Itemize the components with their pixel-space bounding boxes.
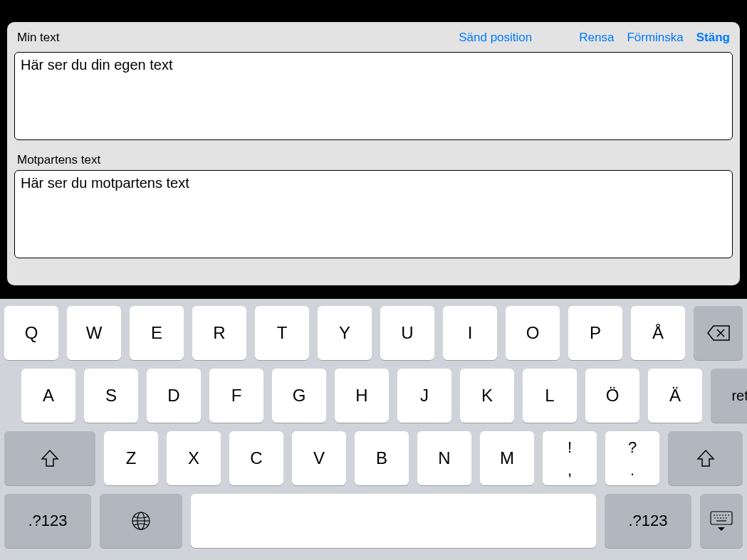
keyboard-row-3: Z X C V B N M ! , ? .: [4, 431, 743, 485]
key-shift-right[interactable]: [668, 431, 743, 485]
key-adia[interactable]: Ä: [648, 369, 702, 423]
key-q[interactable]: Q: [4, 306, 58, 360]
key-mode-left[interactable]: .?123: [4, 494, 91, 548]
key-m[interactable]: M: [480, 431, 534, 485]
key-l[interactable]: L: [523, 369, 577, 423]
top-bar: Min text Sänd position Rensa Förminska S…: [14, 31, 733, 52]
my-text-value: Här ser du din egen text: [21, 57, 172, 73]
key-exclaim-label: !: [568, 438, 572, 457]
key-d[interactable]: D: [147, 369, 201, 423]
key-c[interactable]: C: [229, 431, 283, 485]
key-mode-right[interactable]: .?123: [605, 494, 691, 548]
other-text-label: Motpartens text: [14, 153, 733, 170]
clear-link[interactable]: Rensa: [579, 31, 614, 45]
key-h[interactable]: H: [335, 369, 389, 423]
hide-keyboard-icon: [709, 510, 733, 532]
key-w[interactable]: W: [67, 306, 121, 360]
key-e[interactable]: E: [130, 306, 184, 360]
globe-icon: [131, 511, 151, 531]
key-comma[interactable]: ! ,: [543, 431, 597, 485]
shift-icon: [696, 449, 715, 467]
key-p[interactable]: P: [568, 306, 622, 360]
key-r[interactable]: R: [192, 306, 246, 360]
key-period-label: .: [630, 461, 634, 480]
key-a[interactable]: A: [21, 369, 75, 423]
other-text-value: Här ser du motpartens text: [21, 175, 189, 191]
key-g[interactable]: G: [272, 369, 326, 423]
key-comma-label: ,: [568, 461, 572, 480]
shift-icon: [41, 449, 59, 467]
other-text-input[interactable]: Här ser du motpartens text: [14, 170, 733, 258]
key-o[interactable]: O: [506, 306, 560, 360]
close-link[interactable]: Stäng: [696, 31, 730, 45]
key-aring[interactable]: Å: [631, 306, 685, 360]
key-return[interactable]: retur: [711, 369, 747, 423]
key-b[interactable]: B: [355, 431, 409, 485]
key-x[interactable]: X: [167, 431, 221, 485]
key-hide-keyboard[interactable]: [700, 494, 743, 548]
keyboard-row-2: A S D F G H J K L Ö Ä retur: [4, 369, 743, 423]
key-k[interactable]: K: [460, 369, 514, 423]
backspace-icon: [706, 324, 731, 342]
keyboard: Q W E R T Y U I O P Å A S D F G H J K L …: [0, 299, 747, 560]
my-text-input[interactable]: Här ser du din egen text: [14, 52, 733, 140]
key-v[interactable]: V: [292, 431, 346, 485]
key-s[interactable]: S: [84, 369, 138, 423]
key-period[interactable]: ? .: [605, 431, 659, 485]
key-globe[interactable]: [100, 494, 182, 548]
key-t[interactable]: T: [255, 306, 309, 360]
key-n[interactable]: N: [417, 431, 471, 485]
keyboard-row-1: Q W E R T Y U I O P Å: [4, 306, 743, 360]
minimize-link[interactable]: Förminska: [627, 31, 683, 45]
key-space[interactable]: [191, 494, 596, 548]
key-shift-left[interactable]: [4, 431, 95, 485]
top-actions: Sänd position Rensa Förminska Stäng: [459, 31, 730, 45]
key-backspace[interactable]: [694, 306, 743, 360]
key-odia[interactable]: Ö: [585, 369, 639, 423]
panel-title: Min text: [17, 31, 60, 45]
key-f[interactable]: F: [209, 369, 263, 423]
key-z[interactable]: Z: [104, 431, 158, 485]
key-question-label: ?: [628, 438, 637, 457]
send-position-link[interactable]: Sänd position: [459, 31, 532, 45]
spacer: [545, 31, 566, 45]
key-i[interactable]: I: [443, 306, 497, 360]
keyboard-row-4: .?123 .?123: [4, 494, 743, 548]
key-y[interactable]: Y: [318, 306, 372, 360]
key-j[interactable]: J: [397, 369, 451, 423]
key-u[interactable]: U: [380, 306, 434, 360]
text-panel: Min text Sänd position Rensa Förminska S…: [7, 22, 740, 285]
